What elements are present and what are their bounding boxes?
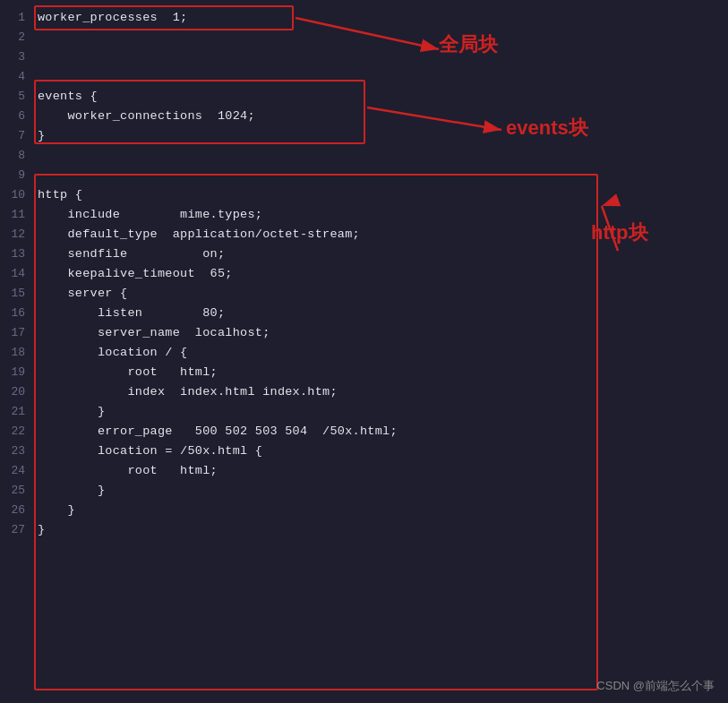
line-content-25: }	[34, 482, 728, 502]
code-line-5: 5 events {	[0, 88, 728, 107]
watermark: CSDN @前端怎么个事	[596, 678, 715, 694]
code-line-19: 19 root html;	[0, 364, 728, 383]
line-num-5: 5	[0, 88, 34, 107]
code-line-23: 23 location = /50x.html {	[0, 442, 728, 462]
code-line-8: 8	[0, 147, 728, 167]
code-line-3: 3	[0, 48, 728, 68]
code-line-7: 7 }	[0, 127, 728, 147]
line-num-13: 13	[0, 245, 34, 265]
line-num-12: 12	[0, 226, 34, 245]
code-line-10: 10 http {	[0, 186, 728, 206]
code-line-15: 15 server {	[0, 285, 728, 304]
line-content-8	[34, 147, 728, 167]
line-content-24: root html;	[34, 462, 728, 482]
line-num-9: 9	[0, 167, 34, 186]
main-container: 1 worker_processes 1; 2 3 4 5 events { 6…	[0, 0, 728, 703]
code-line-18: 18 location / {	[0, 344, 728, 364]
code-line-24: 24 root html;	[0, 462, 728, 482]
code-line-9: 9	[0, 167, 728, 186]
code-area: 1 worker_processes 1; 2 3 4 5 events { 6…	[0, 9, 728, 694]
line-num-14: 14	[0, 265, 34, 285]
line-content-10: http {	[34, 186, 728, 206]
code-line-25: 25 }	[0, 482, 728, 502]
code-line-2: 2	[0, 29, 728, 48]
code-line-1: 1 worker_processes 1;	[0, 9, 728, 29]
line-num-27: 27	[0, 521, 34, 541]
line-content-17: server_name localhost;	[34, 324, 728, 344]
line-content-20: index index.html index.htm;	[34, 383, 728, 403]
line-num-3: 3	[0, 48, 34, 68]
line-content-19: root html;	[34, 364, 728, 383]
line-content-1: worker_processes 1;	[34, 9, 728, 29]
line-num-19: 19	[0, 364, 34, 383]
line-content-9	[34, 167, 728, 186]
code-line-4: 4	[0, 68, 728, 88]
line-num-23: 23	[0, 442, 34, 462]
line-content-5: events {	[34, 88, 728, 107]
code-line-26: 26 }	[0, 502, 728, 521]
code-line-13: 13 sendfile on;	[0, 245, 728, 265]
line-num-20: 20	[0, 383, 34, 403]
line-num-22: 22	[0, 423, 34, 442]
line-num-6: 6	[0, 107, 34, 127]
line-num-11: 11	[0, 206, 34, 226]
line-num-18: 18	[0, 344, 34, 364]
line-num-2: 2	[0, 29, 34, 48]
line-content-18: location / {	[34, 344, 728, 364]
line-num-1: 1	[0, 9, 34, 29]
code-line-21: 21 }	[0, 403, 728, 423]
line-num-10: 10	[0, 186, 34, 206]
code-line-22: 22 error_page 500 502 503 504 /50x.html;	[0, 423, 728, 442]
line-num-25: 25	[0, 482, 34, 502]
line-num-24: 24	[0, 462, 34, 482]
line-content-2	[34, 29, 728, 48]
code-line-14: 14 keepalive_timeout 65;	[0, 265, 728, 285]
events-label: events块	[506, 115, 588, 141]
line-num-8: 8	[0, 147, 34, 167]
line-num-7: 7	[0, 127, 34, 147]
code-line-6: 6 worker_connections 1024;	[0, 107, 728, 127]
line-content-4	[34, 68, 728, 88]
line-num-17: 17	[0, 324, 34, 344]
line-content-16: listen 80;	[34, 304, 728, 324]
line-num-21: 21	[0, 403, 34, 423]
line-num-15: 15	[0, 285, 34, 304]
code-line-16: 16 listen 80;	[0, 304, 728, 324]
line-content-3	[34, 48, 728, 68]
line-content-7: }	[34, 127, 728, 147]
global-label: 全局块	[439, 31, 498, 58]
line-content-21: }	[34, 403, 728, 423]
line-content-27: }	[34, 521, 728, 541]
line-num-4: 4	[0, 68, 34, 88]
code-line-17: 17 server_name localhost;	[0, 324, 728, 344]
code-line-27: 27 }	[0, 521, 728, 541]
line-num-16: 16	[0, 304, 34, 324]
line-content-15: server {	[34, 285, 728, 304]
http-label: http块	[591, 219, 648, 246]
line-content-23: location = /50x.html {	[34, 442, 728, 462]
line-content-26: }	[34, 502, 728, 521]
code-line-20: 20 index index.html index.htm;	[0, 383, 728, 403]
line-num-26: 26	[0, 502, 34, 521]
line-content-6: worker_connections 1024;	[34, 107, 728, 127]
line-content-22: error_page 500 502 503 504 /50x.html;	[34, 423, 728, 442]
line-content-13: sendfile on;	[34, 245, 728, 265]
line-content-14: keepalive_timeout 65;	[34, 265, 728, 285]
